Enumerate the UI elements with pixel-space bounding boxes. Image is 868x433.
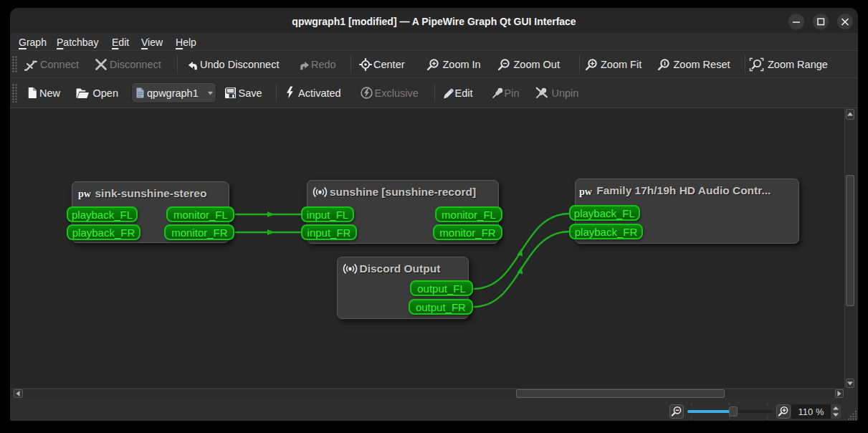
svg-text:pw: pw	[78, 189, 92, 199]
svg-text:pw: pw	[579, 186, 593, 196]
